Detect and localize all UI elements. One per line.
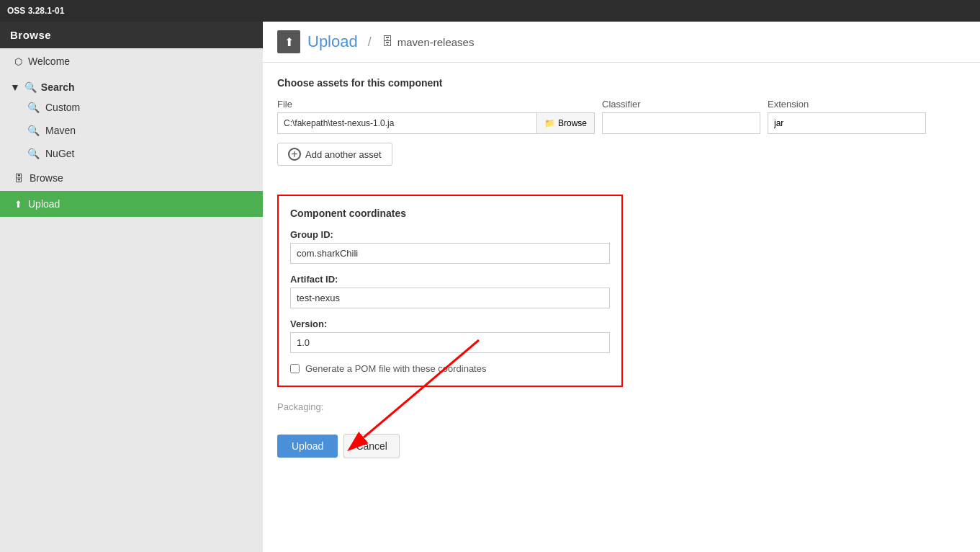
browse-label: Browse [30, 172, 63, 184]
pom-checkbox[interactable] [290, 364, 300, 373]
extension-input[interactable] [768, 112, 926, 134]
sidebar-item-upload[interactable]: ⬆ Upload [0, 191, 263, 217]
browse-button[interactable]: 📁 Browse [536, 112, 595, 134]
custom-label: Custom [45, 102, 80, 113]
sidebar-item-browse[interactable]: 🗄 Browse [0, 165, 263, 191]
top-bar: OSS 3.28.1-01 [0, 0, 980, 22]
sidebar-header: Browse [0, 22, 263, 48]
asset-row: File 📁 Browse Classifier Extension [277, 99, 966, 134]
sidebar-item-label: Welcome [28, 55, 70, 67]
db-icon: 🗄 [14, 173, 24, 184]
sidebar-item-search[interactable]: ▼ 🔍 Search [0, 74, 263, 96]
packaging-label: Packaging: [277, 401, 323, 412]
artifact-id-group: Artifact ID: [290, 274, 610, 308]
upload-icon: ⬆ [14, 199, 22, 210]
cancel-button[interactable]: Cancel [343, 434, 400, 458]
upload-button[interactable]: Upload [277, 435, 338, 458]
main-layout: Browse ⬡ Welcome ▼ 🔍 Search 🔍 Custom 🔍 M… [0, 22, 980, 552]
file-path-input[interactable] [277, 112, 536, 134]
packaging-section: Packaging: [277, 401, 966, 412]
main-content: ⬆ Upload / 🗄 maven-releases Choose asset… [263, 22, 980, 552]
group-id-label: Group ID: [290, 229, 610, 240]
page-header: ⬆ Upload / 🗄 maven-releases [263, 22, 980, 63]
search-icon-custom: 🔍 [27, 102, 40, 113]
plus-circle-icon: + [288, 148, 301, 161]
search-icon: 🔍 [24, 81, 37, 93]
sidebar: Browse ⬡ Welcome ▼ 🔍 Search 🔍 Custom 🔍 M… [0, 22, 263, 552]
folder-icon: 📁 [544, 118, 555, 128]
artifact-id-input[interactable] [290, 288, 610, 308]
pom-checkbox-row: Generate a POM file with these coordinat… [290, 363, 610, 374]
page-title: Upload [307, 32, 358, 51]
group-id-input[interactable] [290, 243, 610, 264]
sidebar-item-nuget[interactable]: 🔍 NuGet [7, 142, 263, 165]
extension-column: Extension [768, 99, 926, 134]
sidebar-item-custom[interactable]: 🔍 Custom [7, 96, 263, 119]
group-id-group: Group ID: [290, 229, 610, 264]
extension-col-label: Extension [768, 99, 926, 110]
annotation-area: Upload Cancel [277, 434, 966, 458]
top-bar-logo: OSS 3.28.1-01 [7, 6, 64, 16]
add-asset-label: Add another asset [305, 149, 382, 160]
choose-assets-title: Choose assets for this component [277, 77, 966, 89]
classifier-col-label: Classifier [602, 99, 760, 110]
version-label: Version: [290, 319, 610, 329]
content-body: Choose assets for this component File 📁 … [263, 63, 980, 473]
file-column: File 📁 Browse [277, 99, 595, 134]
nuget-label: NuGet [45, 148, 74, 159]
version-input[interactable] [290, 332, 610, 353]
triangle-icon: ▼ [10, 81, 20, 93]
add-asset-button[interactable]: + Add another asset [277, 143, 392, 166]
action-buttons: Upload Cancel [277, 434, 966, 458]
search-icon-nuget: 🔍 [27, 148, 40, 159]
sidebar-item-welcome[interactable]: ⬡ Welcome [0, 48, 263, 74]
coordinates-section: Component coordinates Group ID: Artifact… [277, 195, 623, 387]
header-separator: / [368, 35, 372, 50]
version-group: Version: [290, 319, 610, 353]
file-input-group: 📁 Browse [277, 112, 595, 134]
search-icon-maven: 🔍 [27, 125, 40, 136]
sidebar-item-maven[interactable]: 🔍 Maven [7, 119, 263, 142]
pom-checkbox-label: Generate a POM file with these coordinat… [305, 363, 486, 374]
coordinates-title: Component coordinates [290, 208, 610, 219]
classifier-input[interactable] [602, 112, 760, 134]
maven-label: Maven [45, 125, 76, 136]
artifact-id-label: Artifact ID: [290, 274, 610, 285]
repo-db-icon: 🗄 [382, 35, 393, 48]
upload-label: Upload [28, 198, 60, 210]
repo-name: 🗄 maven-releases [382, 35, 475, 48]
sidebar-search-label: Search [41, 81, 75, 93]
classifier-column: Classifier [602, 99, 760, 134]
browse-btn-label: Browse [558, 118, 587, 128]
upload-header-icon: ⬆ [277, 30, 300, 53]
search-children: 🔍 Custom 🔍 Maven 🔍 NuGet [0, 96, 263, 165]
repo-label: maven-releases [397, 36, 475, 48]
file-col-label: File [277, 99, 595, 110]
hexagon-icon: ⬡ [14, 56, 22, 67]
